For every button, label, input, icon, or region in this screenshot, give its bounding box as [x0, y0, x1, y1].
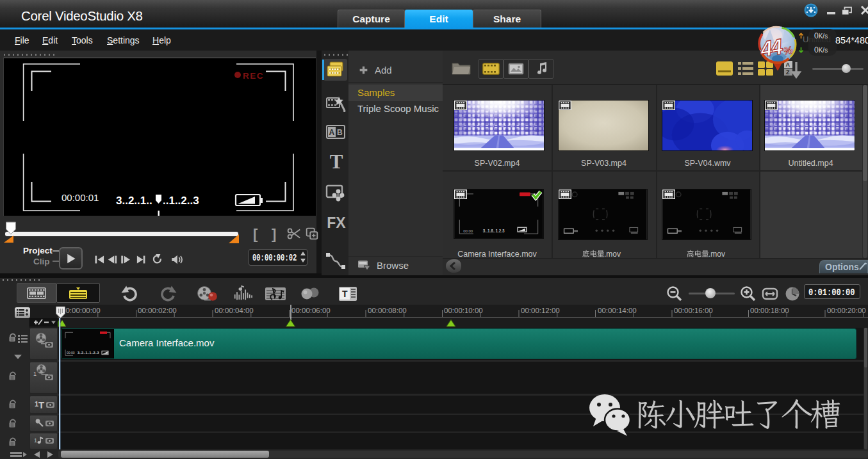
svg-text:00:00:08:00: 00:00:08:00 — [368, 307, 407, 314]
svg-text:.mov: .mov — [604, 250, 621, 259]
svg-text:3..2..1..1..2..3: 3..2..1..1..2..3 — [78, 351, 99, 355]
svg-text:00:00:10:00: 00:00:10:00 — [444, 307, 483, 314]
svg-text:00:00:01: 00:00:01 — [61, 192, 99, 203]
svg-text:.mov: .mov — [708, 250, 725, 259]
svg-text:..1..2..3: ..1..2..3 — [163, 195, 199, 207]
svg-text:B: B — [337, 128, 343, 137]
svg-text:00:00:02:00: 00:00:02:00 — [138, 307, 177, 314]
svg-text:00:00:16:00: 00:00:16:00 — [674, 307, 713, 314]
svg-text:00:00: 00:00 — [463, 229, 473, 233]
svg-text:00:00:18:00: 00:00:18:00 — [750, 307, 789, 314]
svg-text:1: 1 — [33, 371, 37, 377]
svg-text:00:00:14:00: 00:00:14:00 — [598, 307, 637, 314]
svg-text:3..1.8..1.2.3: 3..1.8..1.2.3 — [483, 229, 505, 233]
svg-text:00:00:04:00: 00:00:04:00 — [215, 307, 254, 314]
svg-text:REC: REC — [243, 71, 264, 81]
svg-text:00:00:12:00: 00:00:12:00 — [521, 307, 560, 314]
svg-text:00:00:06:00: 00:00:06:00 — [291, 307, 331, 314]
svg-text:00:00: 00:00 — [67, 351, 75, 355]
svg-text:1: 1 — [34, 437, 37, 444]
svg-text:T: T — [38, 399, 44, 410]
svg-text:3..2..1..: 3..2..1.. — [116, 195, 152, 207]
svg-text:%: % — [783, 44, 794, 56]
svg-text:A: A — [329, 128, 335, 137]
svg-text:00:00:00:00: 00:00:00:00 — [61, 307, 101, 314]
svg-text:00:00:20:00: 00:00:20:00 — [827, 307, 866, 314]
svg-text:T: T — [342, 289, 348, 299]
